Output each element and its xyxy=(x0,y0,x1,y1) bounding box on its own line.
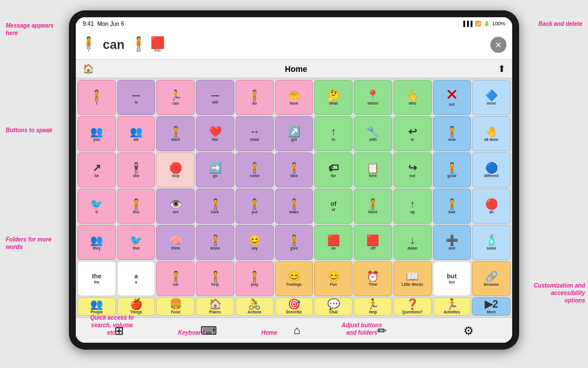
cell-5-6[interactable]: 😊Fun xyxy=(314,261,353,296)
cell-1-1[interactable]: 👥we xyxy=(117,116,156,151)
cell-6-8[interactable]: ❓Questions? xyxy=(393,297,432,316)
cell-label: can xyxy=(172,101,179,105)
ipad-screen: 9:41 Mon Jun 6 ▐▐▐ 📶 🔋 100% 🧍 I c xyxy=(76,17,512,343)
cell-label: More xyxy=(487,310,496,314)
cell-1-4[interactable]: ↔️need xyxy=(235,116,274,151)
cell-3-7[interactable]: 🧍there xyxy=(354,189,392,224)
cell-2-6[interactable]: 🏷for xyxy=(314,152,353,187)
cell-3-2[interactable]: 👁️see xyxy=(156,189,195,224)
cell-3-10[interactable]: 🔴all xyxy=(472,189,510,224)
cell-4-3[interactable]: 🧍know xyxy=(196,225,234,260)
cell-2-5[interactable]: 🧍take xyxy=(275,152,314,187)
cell-3-8[interactable]: ↑up xyxy=(393,189,432,224)
cell-6-7[interactable]: 🏃Help xyxy=(354,297,392,316)
cell-label: now xyxy=(448,137,455,141)
cell-2-8[interactable]: ↪out xyxy=(393,152,432,187)
cell-1-8[interactable]: ↩in xyxy=(393,116,432,151)
cell-4-8[interactable]: ↓down xyxy=(393,225,432,260)
cell-5-0[interactable]: thethe xyxy=(78,261,116,296)
cell-label: help xyxy=(211,282,219,286)
cell-5-1[interactable]: aa xyxy=(117,261,156,296)
cell-5-10[interactable]: 🔗because xyxy=(472,261,510,296)
cell-3-6[interactable]: ofof xyxy=(314,189,353,224)
cell-label: say xyxy=(252,246,258,250)
cell-1-7[interactable]: 🔧with xyxy=(354,116,392,151)
cell-3-0[interactable]: 🐦it xyxy=(78,189,116,224)
cell-5-9[interactable]: butbut xyxy=(433,261,471,296)
cell-0-5[interactable]: 🤲have xyxy=(275,80,314,115)
cell-4-9[interactable]: ➕and xyxy=(433,225,471,260)
cell-1-6[interactable]: ↑to xyxy=(314,116,353,151)
share-icon[interactable]: ⬆ xyxy=(498,63,505,74)
cell-icon: 🧍 xyxy=(209,271,222,282)
cell-3-9[interactable]: 🧍bad xyxy=(433,189,471,224)
cell-2-4[interactable]: 🧍come xyxy=(235,152,274,187)
cell-0-7[interactable]: 📍where xyxy=(354,80,392,115)
cell-0-10[interactable]: 🔷more xyxy=(472,80,510,115)
cell-icon: 🧍 xyxy=(248,90,261,101)
cell-4-10[interactable]: 🧴some xyxy=(472,225,510,260)
cell-0-8[interactable]: 👆who xyxy=(393,80,432,115)
cell-icon: 🧍 xyxy=(130,199,142,209)
cell-5-3[interactable]: 🧍help xyxy=(196,261,234,296)
cell-4-1[interactable]: 🐦that xyxy=(117,225,156,260)
cell-2-0[interactable]: ↗he xyxy=(78,152,116,187)
cell-6-0[interactable]: 👥People xyxy=(78,297,116,316)
annotation-message: Message appears here xyxy=(6,22,57,37)
cell-0-6[interactable]: 🤔what xyxy=(314,80,353,115)
cell-1-10[interactable]: 🤚all done xyxy=(472,116,510,151)
cell-icon: 🧍 xyxy=(288,235,300,246)
cell-0-0[interactable]: 🧍I xyxy=(78,80,116,115)
cell-4-5[interactable]: 🧍give xyxy=(275,225,314,260)
cell-2-2[interactable]: 🛑stop xyxy=(156,152,195,187)
cell-1-0[interactable]: 👥you xyxy=(78,116,116,151)
cell-4-0[interactable]: 👥they xyxy=(78,225,116,260)
cell-6-6[interactable]: 💬Chat xyxy=(314,297,353,316)
cell-icon: 👁️ xyxy=(169,199,182,209)
cell-1-9[interactable]: 🧍now xyxy=(433,116,471,151)
settings-toolbar-btn[interactable]: ⚙ xyxy=(463,324,474,338)
cell-1-2[interactable]: 🧍want xyxy=(156,116,195,151)
cell-2-3[interactable]: ➡️go xyxy=(196,152,234,187)
cell-3-3[interactable]: 🧍look xyxy=(196,189,234,224)
cell-6-2[interactable]: 🍔Food xyxy=(156,297,195,316)
close-button[interactable]: ✕ xyxy=(490,37,506,53)
cell-5-4[interactable]: 🧍play xyxy=(235,261,274,296)
cell-4-4[interactable]: 😊say xyxy=(235,225,274,260)
cell-icon: 🧍 xyxy=(446,199,458,209)
cell-6-5[interactable]: 🎯Describe xyxy=(275,297,314,316)
cell-6-10[interactable]: ▶2More xyxy=(472,297,510,316)
cell-3-1[interactable]: 🧍this xyxy=(117,189,156,224)
battery-pct: 100% xyxy=(492,21,505,26)
cell-4-2[interactable]: 🧠think xyxy=(156,225,195,260)
cell-6-3[interactable]: 🏠Places xyxy=(196,297,234,316)
cell-1-3[interactable]: ❤️like xyxy=(196,116,234,151)
cell-2-9[interactable]: 🧍good xyxy=(433,152,471,187)
cell-icon: 🍔 xyxy=(169,299,182,309)
cell-icon: ↔️ xyxy=(249,126,260,137)
cell-6-9[interactable]: 🏃Activities xyxy=(433,297,471,316)
cell-5-2[interactable]: 🧍eat xyxy=(156,261,195,296)
cell-5-8[interactable]: 📖Little Words xyxy=(393,261,432,296)
cell-5-7[interactable]: ⏰Time xyxy=(354,261,392,296)
cell-0-9[interactable]: not xyxy=(433,80,471,115)
cell-2-1[interactable]: 🧍‍♀️she xyxy=(117,152,156,187)
cell-4-6[interactable]: 🟥on xyxy=(314,225,353,260)
cell-0-2[interactable]: 🏃can xyxy=(156,80,195,115)
cell-0-4[interactable]: 🧍do xyxy=(235,80,274,115)
cell-5-5[interactable]: 😊Feelings xyxy=(275,261,314,296)
cell-0-1[interactable]: —is xyxy=(117,80,156,115)
cell-icon: 💬 xyxy=(327,299,340,309)
cell-0-3[interactable]: —will xyxy=(196,80,234,115)
cell-2-7[interactable]: 📋here xyxy=(354,152,392,187)
cell-6-1[interactable]: 🍎Things xyxy=(117,297,156,316)
cell-6-4[interactable]: 🚴Actions xyxy=(235,297,274,316)
cell-icon: ➡️ xyxy=(209,163,222,173)
cell-1-5[interactable]: ↗️get xyxy=(275,116,314,151)
cell-3-4[interactable]: 🧍put xyxy=(235,189,274,224)
cell-4-7[interactable]: 🟥off xyxy=(354,225,392,260)
home-toolbar-btn[interactable]: ⌂ xyxy=(293,324,300,337)
cell-label: to xyxy=(332,137,335,141)
cell-3-5[interactable]: 🧍make xyxy=(275,189,314,224)
cell-2-10[interactable]: 🔵different xyxy=(472,152,510,187)
